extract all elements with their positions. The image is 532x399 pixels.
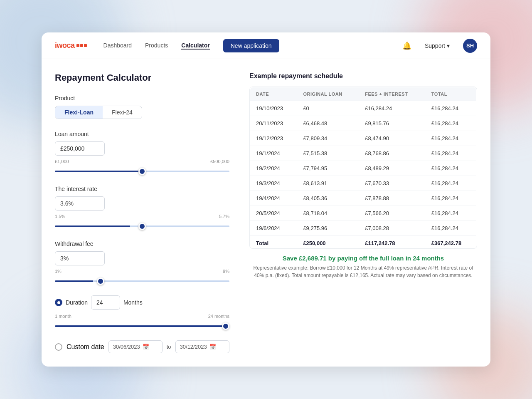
nav-dashboard[interactable]: Dashboard [103, 42, 132, 50]
interest-rate-slider[interactable] [55, 226, 229, 227]
repayment-table-wrapper[interactable]: DATE ORIGINAL LOAN FEES + INTEREST TOTAL… [249, 87, 477, 249]
cell-original: £7,515.38 [297, 146, 359, 161]
loan-amount-label: Loan amount [55, 131, 89, 137]
support-label: Support [425, 42, 445, 49]
date-from-input[interactable]: 30/06/2023 📅 [108, 340, 163, 353]
interest-rate-input[interactable] [55, 196, 105, 211]
col-original: ORIGINAL LOAN [297, 87, 359, 101]
months-label: Months [123, 299, 143, 306]
interest-max-label: 5.7% [219, 214, 229, 219]
interest-rate-row: The interest rate 1.5% 5.7% [55, 186, 229, 229]
cell-total: £16,284.24 [426, 101, 477, 116]
table-row: 19/6/2024 £9,275.96 £7,008.28 £16,284.24 [250, 221, 477, 236]
flexi-loan-toggle[interactable]: Flexi-Loan [55, 106, 103, 119]
cell-total: £16,284.24 [426, 191, 477, 206]
cell-fees: £7,878.88 [359, 191, 426, 206]
nav-bar: iwoca Dashboard Products Calculator New … [42, 32, 490, 59]
schedule-title: Example repayment schedule [249, 72, 477, 80]
loan-max-label: £500,000 [210, 159, 229, 164]
date-from-value: 30/06/2023 [113, 344, 140, 350]
cell-original: £7,809.34 [297, 131, 359, 146]
product-row: Product Flexi-Loan Flexi-24 [55, 95, 229, 119]
cell-original: £8,718.04 [297, 206, 359, 221]
col-fees: FEES + INTEREST [359, 87, 426, 101]
cell-date: 20/11/2023 [250, 116, 298, 131]
new-application-button[interactable]: New application [223, 39, 279, 52]
cell-date: 19/4/2024 [250, 191, 298, 206]
logo-sq2 [80, 44, 83, 47]
table-row: 20/11/2023 £6,468.48 £9,815.76 £16,284.2… [250, 116, 477, 131]
withdrawal-fee-slider[interactable] [55, 280, 229, 282]
cell-original: £8,405.36 [297, 191, 359, 206]
content-area: Repayment Calculator Product Flexi-Loan … [42, 59, 490, 367]
cell-date: 19/2/2024 [250, 161, 298, 176]
logo-sq3 [84, 44, 87, 47]
custom-date-radio[interactable] [55, 343, 62, 351]
date-to-label: to [167, 344, 171, 350]
cell-date: 19/3/2024 [250, 176, 298, 191]
cell-original: £8,613.91 [297, 176, 359, 191]
cell-total: £16,284.24 [426, 161, 477, 176]
cell-fees: £9,815.76 [359, 116, 426, 131]
logo-text: iwoca [55, 41, 75, 50]
interest-rate-label: The interest rate [55, 186, 97, 192]
avatar[interactable]: SH [463, 39, 477, 53]
product-label: Product [55, 95, 75, 102]
date-to-input[interactable]: 30/12/2023 📅 [175, 340, 229, 353]
cell-original: £6,468.48 [297, 116, 359, 131]
cell-total: £16,284.24 [426, 131, 477, 146]
withdrawal-max-label: 9% [223, 269, 229, 274]
total-fees: £117,242.78 [359, 236, 426, 249]
cell-date: 19/12/2023 [250, 131, 298, 146]
duration-row: Duration Months 1 month 24 months [55, 295, 229, 329]
left-panel: Repayment Calculator Product Flexi-Loan … [55, 72, 229, 353]
save-text: Save £2,689.71 by paying off the full lo… [249, 255, 477, 262]
calendar-from-icon[interactable]: 📅 [143, 344, 149, 350]
col-total: TOTAL [426, 87, 477, 101]
cell-original: £0 [297, 101, 359, 116]
duration-slider[interactable] [55, 325, 229, 327]
representative-example: Representative example: Borrow £10,000 f… [249, 264, 477, 279]
cell-fees: £8,768.86 [359, 146, 426, 161]
table-row: 19/3/2024 £8,613.91 £7,670.33 £16,284.24 [250, 176, 477, 191]
duration-min-label: 1 month [55, 314, 71, 319]
product-toggle: Flexi-Loan Flexi-24 [55, 106, 142, 119]
nav-calculator[interactable]: Calculator [181, 42, 209, 50]
right-panel: Example repayment schedule DATE ORIGINAL… [249, 72, 477, 353]
duration-radio[interactable] [55, 299, 62, 306]
logo: iwoca [55, 41, 87, 50]
chevron-down-icon: ▾ [447, 42, 450, 49]
cell-fees: £8,489.29 [359, 161, 426, 176]
cell-total: £16,284.24 [426, 221, 477, 236]
cell-date: 20/5/2024 [250, 206, 298, 221]
table-row: 19/10/2023 £0 £16,284.24 £16,284.24 [250, 101, 477, 116]
cell-original: £9,275.96 [297, 221, 359, 236]
cell-fees: £16,284.24 [359, 101, 426, 116]
cell-total: £16,284.24 [426, 206, 477, 221]
loan-amount-row: Loan amount £250,000 £1,000 £500,000 [55, 131, 229, 174]
table-row: 19/2/2024 £7,794.95 £8,489.29 £16,284.24 [250, 161, 477, 176]
table-row: 19/4/2024 £8,405.36 £7,878.88 £16,284.24 [250, 191, 477, 206]
cell-total: £16,284.24 [426, 116, 477, 131]
cell-original: £7,794.95 [297, 161, 359, 176]
loan-amount-slider[interactable] [55, 171, 229, 172]
custom-date-row: Custom date 30/06/2023 📅 to 30/12/2023 📅 [55, 340, 229, 353]
cell-date: 19/6/2024 [250, 221, 298, 236]
cell-total: £16,284.24 [426, 146, 477, 161]
total-total: £367,242.78 [426, 236, 477, 249]
withdrawal-fee-input[interactable] [55, 251, 105, 265]
duration-input[interactable] [91, 295, 120, 310]
loan-amount-input[interactable]: £250,000 [55, 141, 105, 156]
total-label: Total [250, 236, 298, 249]
bell-icon[interactable]: 🔔 [402, 41, 411, 50]
calendar-to-icon[interactable]: 📅 [209, 344, 216, 350]
logo-icon [76, 44, 87, 47]
total-original: £250,000 [297, 236, 359, 249]
flexi-24-toggle[interactable]: Flexi-24 [103, 106, 142, 119]
cell-date: 19/1/2024 [250, 146, 298, 161]
duration-max-label: 24 months [208, 314, 229, 319]
nav-products[interactable]: Products [145, 42, 168, 50]
support-menu[interactable]: Support ▾ [425, 42, 450, 49]
cell-fees: £7,566.20 [359, 206, 426, 221]
cell-total: £16,284.24 [426, 176, 477, 191]
